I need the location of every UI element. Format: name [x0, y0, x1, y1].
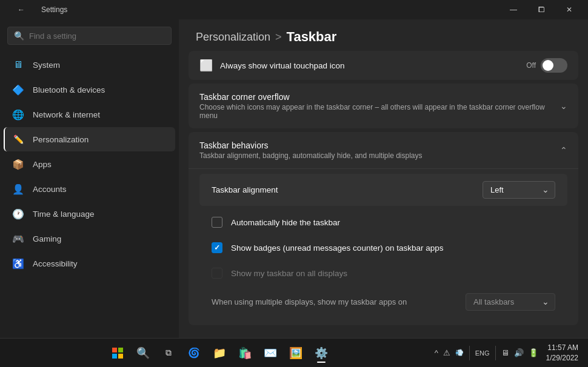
sidebar-item-time[interactable]: 🕐 Time & language [4, 202, 175, 226]
search-input[interactable] [29, 31, 165, 41]
sidebar-item-bluetooth[interactable]: 🔷 Bluetooth & devices [4, 78, 175, 102]
tray-network[interactable]: 🖥 [499, 348, 511, 357]
titlebar-title: Settings [41, 5, 67, 14]
behaviors-subtitle: Taskbar alignment, badging, automaticall… [199, 151, 423, 160]
all-displays-checkbox [212, 268, 222, 279]
tray-chevron[interactable]: ^ [433, 348, 440, 357]
multiple-display-dropdown-wrapper: All taskbars Main taskbar only [466, 293, 555, 311]
main-layout: 🔍 🖥 System 🔷 Bluetooth & devices 🌐 Netwo… [0, 19, 588, 338]
sidebar-item-label-apps: Apps [33, 160, 52, 169]
gaming-icon: 🎮 [12, 233, 24, 245]
maximize-button[interactable]: ⧠ [527, 0, 555, 19]
start-button[interactable] [106, 342, 129, 365]
clock-date: 1/29/2022 [546, 353, 578, 363]
sidebar-item-apps[interactable]: 📦 Apps [4, 152, 175, 176]
content-header: Personalization > Taskbar [179, 19, 588, 51]
multiple-display-label: When using multiple displays, show my ta… [212, 297, 407, 306]
badges-row: Show badges (unread messages counter) on… [199, 236, 567, 259]
touchpad-icon: ⬜ [199, 59, 213, 72]
sidebar-item-label-personalization: Personalization [33, 135, 89, 144]
auto-hide-row: Automatically hide the taskbar [199, 211, 567, 234]
apps-icon: 📦 [12, 158, 24, 170]
alignment-select[interactable]: Left Center [483, 181, 555, 199]
personalization-icon: ✏️ [12, 133, 24, 145]
sidebar-item-system[interactable]: 🖥 System [4, 53, 175, 77]
edge-button[interactable]: 🌀 [182, 342, 205, 365]
touchpad-toggle[interactable] [541, 58, 567, 73]
corner-overflow-header[interactable]: Taskbar corner overflow Choose which ico… [189, 84, 578, 128]
accessibility-icon: ♿ [12, 257, 24, 269]
svg-rect-0 [112, 348, 117, 352]
breadcrumb-separator: > [275, 31, 282, 44]
back-button[interactable]: ← [7, 0, 35, 19]
tray-icons: ^ ⚠ 💨 ENG 🖥 🔊 🔋 [433, 346, 540, 360]
taskbar-search-button[interactable]: 🔍 [132, 342, 155, 365]
behaviors-collapse-icon: ⌃ [560, 145, 567, 155]
corner-overflow-expand-icon: ⌄ [560, 101, 567, 111]
content-area: Personalization > Taskbar ⬜ Always show … [179, 19, 588, 338]
behaviors-expanded: Taskbar alignment Left Center Automatica… [189, 168, 578, 325]
system-icon: 🖥 [12, 59, 24, 71]
touchpad-toggle-area: Off [526, 58, 567, 73]
behaviors-header-left: Taskbar behaviors Taskbar alignment, bad… [199, 141, 423, 160]
sidebar-item-label-gaming: Gaming [33, 234, 61, 243]
content-scroll: ⬜ Always show virtual touchpad icon Off … [179, 51, 588, 338]
photos-button[interactable]: 🖼️ [284, 342, 307, 365]
tray-volume[interactable]: 🔊 [512, 348, 526, 357]
minimize-button[interactable]: — [499, 0, 527, 19]
tray-battery[interactable]: 🔋 [527, 348, 540, 357]
multiple-display-select[interactable]: All taskbars Main taskbar only [466, 293, 555, 311]
corner-overflow-card: Taskbar corner overflow Choose which ico… [189, 84, 578, 128]
corner-overflow-subtitle: Choose which icons may appear in the tas… [199, 103, 560, 120]
sidebar-item-gaming[interactable]: 🎮 Gaming [4, 226, 175, 251]
clock-time: 11:57 AM [546, 343, 578, 353]
sidebar-item-label-time: Time & language [33, 210, 95, 219]
sidebar-item-network[interactable]: 🌐 Network & internet [4, 102, 175, 127]
behaviors-header[interactable]: Taskbar behaviors Taskbar alignment, bad… [189, 132, 578, 168]
close-button[interactable]: ✕ [555, 0, 583, 19]
svg-rect-3 [118, 354, 123, 359]
touchpad-card-left: ⬜ Always show virtual touchpad icon [199, 59, 345, 72]
mail-button[interactable]: ✉️ [259, 342, 282, 365]
sidebar-item-label-bluetooth: Bluetooth & devices [33, 85, 105, 94]
taskbar-right: ^ ⚠ 💨 ENG 🖥 🔊 🔋 11:57 AM 1/29/2022 [433, 343, 582, 363]
badges-label: Show badges (unread messages counter) on… [231, 243, 443, 253]
breadcrumb-current: Taskbar [287, 29, 337, 45]
search-icon: 🔍 [14, 31, 24, 41]
corner-overflow-header-left: Taskbar corner overflow Choose which ico… [199, 92, 560, 120]
search-box[interactable]: 🔍 [7, 27, 172, 45]
sidebar-item-accessibility[interactable]: ♿ Accessibility [4, 251, 175, 276]
clock[interactable]: 11:57 AM 1/29/2022 [543, 343, 582, 363]
sidebar-item-accounts[interactable]: 👤 Accounts [4, 177, 175, 201]
alignment-row: Taskbar alignment Left Center [199, 174, 567, 206]
svg-rect-1 [118, 348, 123, 352]
titlebar-left: ← Settings [7, 0, 67, 19]
sidebar-item-personalization[interactable]: ✏️ Personalization [4, 127, 175, 151]
settings-button[interactable]: ⚙️ [310, 342, 333, 365]
svg-rect-2 [112, 354, 117, 359]
badges-checkbox[interactable] [212, 242, 222, 253]
titlebar: ← Settings — ⧠ ✕ [0, 0, 588, 19]
tray-separator [469, 346, 470, 360]
sidebar: 🔍 🖥 System 🔷 Bluetooth & devices 🌐 Netwo… [0, 19, 179, 338]
store-button[interactable]: 🛍️ [233, 342, 256, 365]
alignment-dropdown-wrapper: Left Center [483, 181, 555, 199]
bluetooth-icon: 🔷 [12, 84, 24, 96]
taskview-button[interactable]: ⧉ [157, 342, 180, 365]
nav-list: 🖥 System 🔷 Bluetooth & devices 🌐 Network… [0, 50, 179, 279]
tray-lang[interactable]: ENG [473, 349, 492, 357]
all-displays-label: Show my taskbar on all displays [231, 269, 347, 278]
breadcrumb-parent: Personalization [196, 31, 270, 44]
time-icon: 🕐 [12, 208, 24, 220]
auto-hide-checkbox[interactable] [212, 217, 222, 228]
breadcrumb: Personalization > Taskbar [196, 29, 571, 45]
taskbar-center: 🔍 ⧉ 🌀 📁 🛍️ ✉️ 🖼️ ⚙️ [106, 342, 333, 365]
corner-overflow-title: Taskbar corner overflow [199, 92, 560, 102]
alignment-label: Taskbar alignment [212, 185, 278, 194]
explorer-button[interactable]: 📁 [208, 342, 231, 365]
sidebar-item-label-system: System [33, 61, 60, 70]
virtual-touchpad-card: ⬜ Always show virtual touchpad icon Off [189, 51, 578, 80]
tray-wind[interactable]: 💨 [453, 349, 466, 357]
tray-warning[interactable]: ⚠ [441, 348, 452, 357]
touchpad-label: Always show virtual touchpad icon [220, 61, 345, 70]
